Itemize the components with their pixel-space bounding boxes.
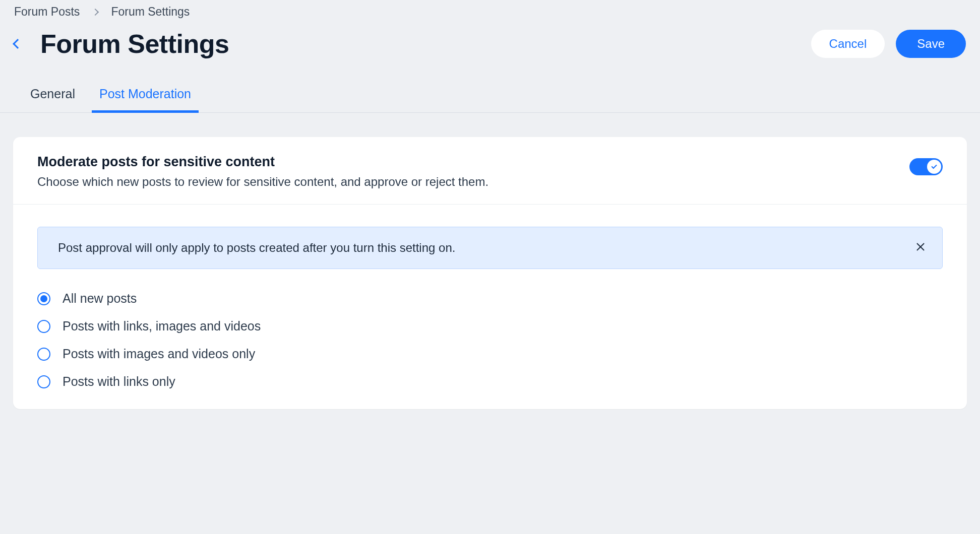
card-body: Post approval will only apply to posts c… [13, 205, 967, 409]
radio-option-links-images-videos[interactable]: Posts with links, images and videos [37, 319, 943, 333]
settings-card: Moderate posts for sensitive content Cho… [13, 137, 967, 409]
card-description: Choose which new posts to review for sen… [37, 175, 909, 189]
info-banner: Post approval will only apply to posts c… [37, 227, 943, 269]
radio-indicator [37, 292, 50, 305]
radio-option-all-new-posts[interactable]: All new posts [37, 291, 943, 306]
radio-label: Posts with links, images and videos [63, 319, 261, 333]
header-actions: Cancel Save [811, 30, 966, 58]
breadcrumb-item-forum-posts[interactable]: Forum Posts [14, 5, 80, 19]
page-title: Forum Settings [40, 29, 229, 59]
cancel-button[interactable]: Cancel [811, 30, 885, 58]
banner-close-button[interactable] [914, 240, 927, 255]
save-button[interactable]: Save [896, 30, 966, 58]
check-icon [931, 163, 937, 169]
chevron-right-icon [92, 8, 99, 15]
radio-indicator [37, 348, 50, 361]
toggle-knob [927, 160, 941, 174]
radio-indicator [37, 320, 50, 333]
tabs: General Post Moderation [0, 59, 980, 113]
card-header: Moderate posts for sensitive content Cho… [13, 137, 967, 205]
close-icon [916, 242, 925, 251]
breadcrumb: Forum Posts Forum Settings [0, 0, 980, 19]
radio-label: All new posts [63, 291, 137, 306]
back-chevron-icon[interactable] [13, 39, 23, 49]
radio-label: Posts with images and videos only [63, 347, 255, 361]
radio-indicator [37, 375, 50, 388]
banner-text: Post approval will only apply to posts c… [53, 241, 914, 255]
card-title: Moderate posts for sensitive content [37, 154, 909, 170]
radio-label: Posts with links only [63, 374, 175, 389]
breadcrumb-item-forum-settings[interactable]: Forum Settings [111, 5, 190, 19]
radio-option-links-only[interactable]: Posts with links only [37, 374, 943, 389]
moderation-scope-radio-group: All new posts Posts with links, images a… [37, 291, 943, 389]
radio-option-images-videos-only[interactable]: Posts with images and videos only [37, 347, 943, 361]
tab-general[interactable]: General [30, 87, 75, 112]
tab-post-moderation[interactable]: Post Moderation [99, 87, 191, 112]
page-header: Forum Settings Cancel Save [0, 19, 980, 59]
moderation-toggle[interactable] [909, 158, 943, 175]
